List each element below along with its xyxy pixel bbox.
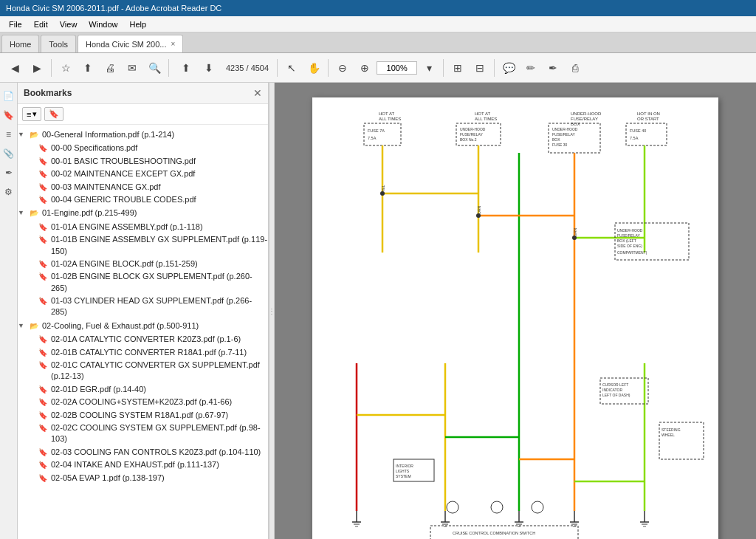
list-icon: ≡ [27,110,31,119]
bookmark-file-icon: 🔖 [38,360,49,371]
bookmark-item-2-1[interactable]: 🔖 02-01B CATALYTIC CONVERTER R18A1.pdf (… [38,346,268,359]
menu-file[interactable]: File [3,18,28,30]
fit-page-button[interactable]: ⊞ [447,58,468,78]
upload-button[interactable]: ⬆ [78,58,98,78]
folder-icon-1: 📂 [30,208,40,219]
svg-text:OR START: OR START [637,117,659,121]
folder-icon-2: 📂 [30,321,40,332]
forward-button[interactable]: ▶ [27,58,47,78]
tab-document[interactable]: Honda Civic SM 200... × [78,35,183,52]
bookmark-item-0-1[interactable]: 🔖 00-01 BASIC TROUBLESHOOTING.pdf [38,155,268,168]
bookmark-item-2-9[interactable]: 🔖 02-05A EVAP 1.pdf (p.138-197) [38,472,268,484]
menu-help[interactable]: Help [123,18,152,30]
menu-view[interactable]: View [54,18,83,30]
toolbar: ◀ ▶ ☆ ⬆ 🖨 ✉ 🔍 ⬆ ⬇ 4235 / 4504 ↖ ✋ ⊖ ⊕ 10… [0,53,756,83]
zoom-out-button[interactable]: ⊖ [332,58,353,78]
panel-resize-handle[interactable]: ⋮ [269,83,275,539]
bookmark-file-icon: 🔖 [38,259,49,270]
bookmark-item-2-6[interactable]: 🔖 02-02C COOLING SYSTEM GX SUPPLEMENT.pd… [38,422,268,446]
bookmark-item-0-4[interactable]: 🔖 00-04 GENERIC TROUBLE CODES.pdf [38,193,268,206]
bookmark-file-icon: 🔖 [38,397,49,408]
svg-text:FUSE/RELAY: FUSE/RELAY [552,132,575,137]
email-button[interactable]: ✉ [122,58,142,78]
toggle-icon-1[interactable]: ▼ [18,208,30,218]
svg-text:FUSE/RELAY: FUSE/RELAY [617,233,640,238]
section-2-children: 🔖 02-01A CATALYTIC CONVERTER K20Z3.pdf (… [18,333,268,484]
prev-page-button[interactable]: ⬆ [176,58,196,78]
svg-point-68 [491,501,503,513]
folder-icon-0: 📂 [30,130,40,140]
bookmark-item-2-4[interactable]: 🔖 02-02A COOLING+SYSTEM+K20Z3.pdf (p.41-… [38,396,268,408]
hand-tool[interactable]: ✋ [303,58,324,78]
pdf-content-area[interactable]: HOT AT ALL TIMES HOT AT ALL TIMES UNDER-… [275,83,756,539]
chevron-down-icon: ▾ [32,109,37,119]
svg-text:FUSE 40: FUSE 40 [630,128,646,133]
bookmark-item-1-0[interactable]: 🔖 01-01A ENGINE ASSEMBLY.pdf (p.1-118) [38,221,268,233]
bookmark-file-icon: 🔖 [38,222,49,233]
bookmark-file-icon: 🔖 [38,235,49,245]
bookmark-item-2-2[interactable]: 🔖 02-01C CATALYTIC CONVERTER GX SUPPLEME… [38,359,268,383]
bookmark-file-icon: 🔖 [38,460,49,470]
comment-button[interactable]: 💬 [498,58,519,78]
zoom-level[interactable]: 100% [377,61,417,75]
bookmark-file-icon: 🔖 [38,195,49,205]
svg-point-87 [476,213,481,218]
svg-text:UNDER-HOOD: UNDER-HOOD [552,127,578,131]
share-button[interactable]: ⎙ [565,58,585,78]
bookmark-section-2[interactable]: ▼ 📂 02-Cooling, Fuel & Exhaust.pdf (p.50… [18,319,268,333]
side-icon-bookmarks[interactable]: 🔖 [1,108,16,123]
bookmark-item-2-0[interactable]: 🔖 02-01A CATALYTIC CONVERTER K20Z3.pdf (… [38,333,268,346]
wiring-diagram: HOT AT ALL TIMES HOT AT ALL TIMES UNDER-… [320,105,711,539]
menu-window[interactable]: Window [83,18,123,30]
bookmark-item-2-3[interactable]: 🔖 02-01D EGR.pdf (p.14-40) [38,383,268,396]
bookmark-item-0-2[interactable]: 🔖 00-02 MAINTENANCE EXCEPT GX.pdf [38,168,268,180]
bookmark-item-1-4[interactable]: 🔖 01-03 CYLINDER HEAD GX SUPPLEMENT.pdf … [38,295,268,319]
bookmarks-close-button[interactable]: ✕ [253,87,262,99]
side-icon-layers[interactable]: ≡ [1,127,16,142]
zoom-in-button[interactable]: ⊕ [354,58,375,78]
side-icon-tools2[interactable]: ⚙ [1,185,16,199]
bookmark-item-2-8[interactable]: 🔖 02-04 INTAKE AND EXHAUST.pdf (p.111-13… [38,459,268,471]
svg-text:UNDER-HOOD: UNDER-HOOD [571,111,602,116]
bookmarks-options-btn[interactable]: 🔖 [44,107,63,121]
bookmark-item-1-3[interactable]: 🔖 01-02B ENGINE BLOCK GX SUPPLEMENT.pdf … [38,270,268,295]
sign-button[interactable]: ✒ [543,58,563,78]
next-page-button[interactable]: ⬇ [199,58,219,78]
section-0-label: 00-General Information.pdf (p.1-214) [42,129,268,140]
tab-bar: Home Tools Honda Civic SM 200... × [0,32,756,53]
tab-home[interactable]: Home [1,35,39,52]
toolbar-separator-2 [168,59,169,77]
print-button[interactable]: 🖨 [100,58,120,78]
bookmark-button[interactable]: ☆ [55,58,76,78]
tab-tools[interactable]: Tools [41,35,76,52]
bookmark-item-0-0[interactable]: 🔖 00-00 Specifications.pdf [38,142,268,154]
side-icon-signatures[interactable]: ✒ [1,165,16,180]
search-button[interactable]: 🔍 [144,58,165,78]
cursor-tool[interactable]: ↖ [281,58,302,78]
bookmark-item-2-5[interactable]: 🔖 02-02B COOLING SYSTEM R18A1.pdf (p.67-… [38,409,268,422]
tab-close-button[interactable]: × [171,40,175,48]
bookmark-section-1[interactable]: ▼ 📂 01-Engine.pdf (p.215-499) [18,206,268,220]
side-icon-attachments[interactable]: 📎 [1,146,16,161]
side-panel-icons: 📄 🔖 ≡ 📎 ✒ ⚙ [0,83,18,539]
toggle-icon-2[interactable]: ▼ [18,321,30,331]
toggle-icon-0[interactable]: ▼ [18,130,30,140]
bookmark-item-2-7[interactable]: 🔖 02-03 COOLING FAN CONTROLS K20Z3.pdf (… [38,446,268,459]
bookmark-item-0-3[interactable]: 🔖 00-03 MAINTENANCE GX.pdf [38,181,268,193]
bookmark-file-icon: 🔖 [38,447,49,458]
pdf-page: HOT AT ALL TIMES HOT AT ALL TIMES UNDER-… [312,97,718,539]
bookmark-file-icon: 🔖 [38,473,49,484]
zoom-dropdown[interactable]: ▾ [419,58,439,78]
bookmark-file-icon: 🔖 [38,411,49,421]
bookmark-item-1-1[interactable]: 🔖 01-01B ENGINE ASSEMBLY GX SUPPLEMENT.p… [38,233,268,258]
menu-bar: File Edit View Window Help [0,16,756,32]
bookmarks-expand-btn[interactable]: ≡ ▾ [22,107,41,121]
bookmark-item-1-2[interactable]: 🔖 01-02A ENGINE BLOCK.pdf (p.151-259) [38,258,268,270]
bookmarks-tree[interactable]: ▼ 📂 00-General Information.pdf (p.1-214)… [18,125,268,539]
side-icon-pages[interactable]: 📄 [1,89,16,103]
menu-edit[interactable]: Edit [28,18,54,30]
bookmark-section-0[interactable]: ▼ 📂 00-General Information.pdf (p.1-214) [18,128,268,142]
fit-width-button[interactable]: ⊟ [470,58,490,78]
draw-button[interactable]: ✏ [520,58,541,78]
back-button[interactable]: ◀ [4,58,25,78]
